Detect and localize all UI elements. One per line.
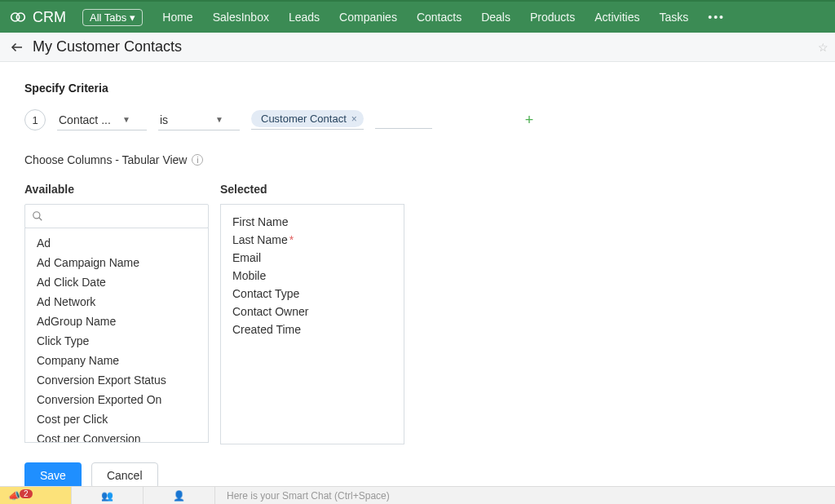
available-item[interactable]: Cost per Conversion bbox=[25, 429, 208, 443]
selected-block: Selected First NameLast Name*EmailMobile… bbox=[220, 183, 404, 444]
available-search-input[interactable] bbox=[48, 210, 201, 223]
top-nav: Home SalesInbox Leads Companies Contacts… bbox=[162, 11, 725, 24]
available-title: Available bbox=[24, 183, 209, 196]
brand: CRM bbox=[10, 9, 66, 26]
save-button[interactable]: Save bbox=[24, 462, 82, 489]
user-icon: 👤 bbox=[173, 490, 185, 499]
selected-item[interactable]: Last Name* bbox=[232, 231, 392, 249]
alltabs-dropdown[interactable]: All Tabs ▾ bbox=[82, 9, 143, 26]
brand-logo-icon bbox=[10, 9, 26, 25]
available-item[interactable]: Company Name bbox=[25, 351, 208, 370]
choose-columns-label: Choose Columns - Tabular View bbox=[24, 153, 187, 166]
criteria-index: 1 bbox=[24, 109, 46, 130]
selected-title: Selected bbox=[220, 183, 404, 196]
page-title: My Customer Contacts bbox=[33, 38, 182, 55]
cancel-button[interactable]: Cancel bbox=[91, 462, 158, 489]
chevron-down-icon: ▾ bbox=[130, 11, 135, 24]
chevron-down-icon: ▼ bbox=[122, 115, 130, 124]
bottombar-notifications[interactable]: 📣 2 bbox=[0, 487, 72, 498]
available-item[interactable]: Ad Campaign Name bbox=[25, 253, 208, 272]
available-item[interactable]: Conversion Export Status bbox=[25, 370, 208, 390]
notification-badge: 2 bbox=[20, 489, 33, 498]
svg-line-4 bbox=[39, 218, 42, 221]
nav-more-icon[interactable]: ••• bbox=[708, 11, 725, 24]
search-icon bbox=[32, 210, 43, 222]
subbar: My Customer Contacts ☆ bbox=[0, 33, 835, 62]
selected-listbox[interactable]: First NameLast Name*EmailMobileContact T… bbox=[220, 204, 404, 444]
selected-item[interactable]: First Name bbox=[232, 213, 392, 231]
columns-area: Available AdAd Campaign NameAd Click Dat… bbox=[24, 183, 811, 444]
chip-label: Customer Contact bbox=[261, 113, 347, 125]
favorite-star-icon[interactable]: ☆ bbox=[818, 41, 828, 54]
required-asterisk: * bbox=[289, 233, 294, 246]
criteria-field-label: Contact ... bbox=[59, 113, 111, 126]
available-listbox[interactable]: AdAd Campaign NameAd Click DateAd Networ… bbox=[24, 228, 209, 443]
selected-item[interactable]: Email bbox=[232, 249, 392, 267]
bottombar-group[interactable]: 👥 bbox=[72, 487, 144, 498]
criteria-row: 1 Contact ... ▼ is ▼ Customer Contact × … bbox=[24, 109, 811, 130]
selected-item[interactable]: Contact Owner bbox=[232, 303, 392, 321]
criteria-operator-label: is bbox=[160, 113, 168, 126]
choose-columns-heading: Choose Columns - Tabular View i bbox=[24, 153, 811, 166]
nav-tasks[interactable]: Tasks bbox=[659, 11, 688, 24]
group-icon: 👥 bbox=[101, 490, 113, 499]
nav-home[interactable]: Home bbox=[162, 11, 192, 24]
available-block: Available AdAd Campaign NameAd Click Dat… bbox=[24, 183, 209, 444]
topbar: CRM All Tabs ▾ Home SalesInbox Leads Com… bbox=[0, 0, 835, 33]
available-item[interactable]: Conversion Exported On bbox=[25, 390, 208, 409]
add-criteria-icon[interactable]: + bbox=[525, 112, 534, 129]
available-search[interactable] bbox=[24, 204, 209, 228]
available-item[interactable]: Ad Click Date bbox=[25, 272, 208, 292]
criteria-value-chip: Customer Contact × bbox=[251, 110, 364, 127]
nav-leads[interactable]: Leads bbox=[289, 11, 320, 24]
brand-text: CRM bbox=[33, 9, 66, 26]
chevron-down-icon: ▼ bbox=[215, 115, 223, 124]
selected-item[interactable]: Created Time bbox=[232, 321, 392, 338]
criteria-field-select[interactable]: Contact ... ▼ bbox=[57, 110, 147, 130]
criteria-extra-input[interactable] bbox=[375, 111, 432, 129]
available-item[interactable]: Click Type bbox=[25, 331, 208, 351]
available-item[interactable]: Ad bbox=[25, 233, 208, 253]
available-item[interactable]: Ad Network bbox=[25, 292, 208, 312]
svg-point-1 bbox=[16, 13, 24, 21]
nav-companies[interactable]: Companies bbox=[339, 11, 397, 24]
bottombar: 📣 2 👥 👤 Here is your Smart Chat (Ctrl+Sp… bbox=[0, 486, 835, 498]
megaphone-icon: 📣 bbox=[8, 490, 20, 499]
svg-point-3 bbox=[33, 212, 40, 219]
smartchat-hint[interactable]: Here is your Smart Chat (Ctrl+Space) bbox=[215, 490, 390, 499]
content: Specify Criteria 1 Contact ... ▼ is ▼ Cu… bbox=[0, 62, 835, 453]
selected-item[interactable]: Contact Type bbox=[232, 285, 392, 303]
nav-deals[interactable]: Deals bbox=[481, 11, 510, 24]
info-icon[interactable]: i bbox=[192, 154, 203, 166]
nav-products[interactable]: Products bbox=[530, 11, 575, 24]
alltabs-label: All Tabs bbox=[90, 11, 126, 24]
criteria-heading: Specify Criteria bbox=[24, 82, 811, 95]
criteria-value-input[interactable]: Customer Contact × bbox=[251, 110, 364, 130]
available-item[interactable]: Cost per Click bbox=[25, 409, 208, 429]
available-item[interactable]: AdGroup Name bbox=[25, 312, 208, 331]
chip-remove-icon[interactable]: × bbox=[351, 113, 357, 125]
criteria-operator-select[interactable]: is ▼ bbox=[158, 110, 240, 130]
back-arrow-icon[interactable] bbox=[8, 38, 26, 56]
nav-activities[interactable]: Activities bbox=[594, 11, 639, 24]
selected-item[interactable]: Mobile bbox=[232, 267, 392, 285]
nav-contacts[interactable]: Contacts bbox=[417, 11, 462, 24]
bottombar-user[interactable]: 👤 bbox=[144, 487, 215, 498]
nav-salesinbox[interactable]: SalesInbox bbox=[213, 11, 269, 24]
